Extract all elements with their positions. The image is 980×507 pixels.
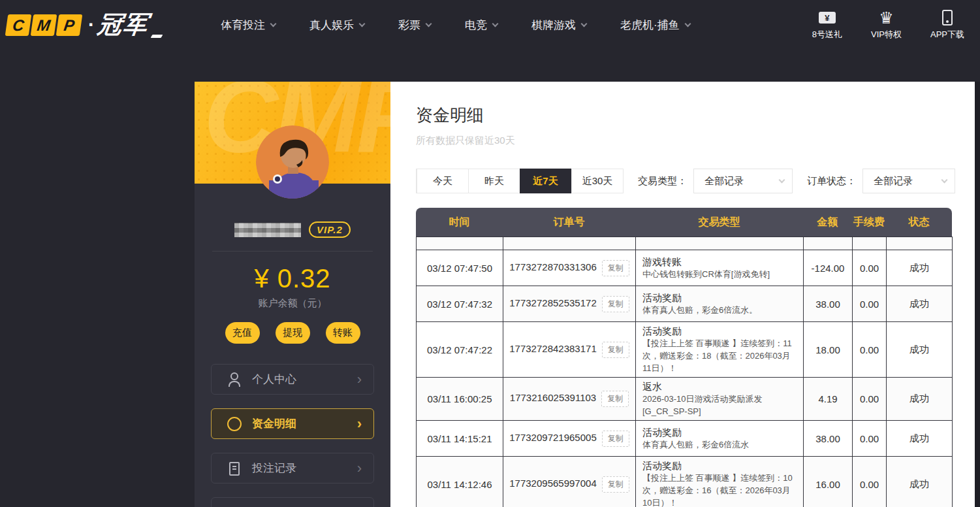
wallet-action-button[interactable]: 转账	[326, 322, 360, 344]
column-header-amount: 金额	[803, 216, 852, 229]
quick-link-label: APP下载	[930, 29, 964, 41]
transaction-type: 活动奖励	[642, 426, 799, 438]
transaction-type: 返水	[642, 380, 799, 393]
quick-link-icon: ¥	[819, 9, 836, 26]
quick-link[interactable]: APP下载	[930, 9, 964, 41]
filter-label: 交易类型：	[638, 175, 687, 188]
date-range-tab[interactable]: 近30天	[571, 169, 623, 193]
date-range-tab[interactable]: 今天	[417, 169, 468, 193]
nav-item[interactable]: 真人娱乐	[309, 18, 364, 33]
username-masked	[234, 223, 301, 237]
cell-type: 活动奖励 【投注上上签 百事顺遂 】连续签到：11次，赠送彩金：18（截至：20…	[636, 322, 804, 378]
transaction-type: 活动奖励	[642, 459, 799, 472]
main-nav: 体育投注 真人娱乐 彩票 电竞 棋牌游戏	[221, 18, 690, 33]
cell-order: 1773272852535172复制	[503, 286, 636, 322]
avatar[interactable]	[256, 125, 329, 199]
table-body: 03/12 07:47:50 1773272870331306复制 游戏转账 中…	[416, 237, 953, 507]
copy-button[interactable]: 复制	[602, 431, 629, 447]
account-sidebar: CMP VIP.2 ¥ 0.32 账户余额（元） 充值	[195, 82, 390, 507]
sidebar-menu-item[interactable]: 投注记录 ›	[211, 453, 374, 483]
quick-link-icon: ♛	[879, 9, 893, 26]
cell-amount: 4.19	[804, 378, 853, 421]
order-number: 1773272870331306	[509, 261, 596, 272]
date-range-tabs: 今天 昨天 近7天 近30天	[416, 169, 624, 193]
transaction-description: 中心钱包转账到CR体育[游戏免转]	[642, 268, 799, 280]
cell-fee: 0.00	[853, 378, 887, 421]
cell-status: 成功	[887, 322, 953, 378]
cell-status: 成功	[887, 250, 953, 286]
copy-button[interactable]: 复制	[602, 296, 629, 312]
sidebar-menu-item[interactable]: ›	[211, 497, 374, 507]
quick-links: ¥ 8号送礼 ♛ VIP特权 APP下载	[812, 9, 964, 41]
date-range-tab[interactable]: 近7天	[520, 169, 571, 193]
chevron-down-icon	[941, 176, 948, 183]
menu-item-label: 投注记录	[252, 461, 296, 476]
cell-type: 活动奖励 体育真人包赔，彩金6倍流水。	[636, 286, 804, 322]
cell-time: 03/11 14:15:21	[417, 421, 503, 457]
wallet-action-button[interactable]: 充值	[225, 322, 260, 344]
funds-detail-panel: 资金明细 所有数据只保留近30天 今天 昨天 近7天 近30天 交易类型： 全部…	[390, 82, 975, 507]
page-subtitle: 所有数据只保留近30天	[416, 135, 952, 147]
cell-fee: 0.00	[853, 250, 887, 286]
filter-select[interactable]: 全部记录	[693, 169, 793, 193]
chevron-right-icon: ›	[357, 372, 362, 387]
copy-button[interactable]: 复制	[601, 391, 629, 407]
date-range-tab[interactable]: 昨天	[468, 169, 520, 193]
cell-order: 1773272870331306复制	[503, 250, 636, 286]
copy-button[interactable]: 复制	[602, 260, 629, 276]
table-row-partial	[417, 237, 953, 250]
nav-item-label: 棋牌游戏	[531, 18, 576, 33]
glyph-icon: ¥	[819, 12, 836, 24]
filter-select-value: 全部记录	[874, 175, 913, 188]
cell-status: 成功	[887, 457, 953, 507]
nav-item[interactable]: 电竞	[465, 18, 498, 33]
nav-item-label: 体育投注	[221, 18, 265, 33]
copy-button[interactable]: 复制	[602, 476, 629, 493]
user-row: VIP.2	[195, 221, 390, 238]
quick-link-label: VIP特权	[871, 29, 902, 41]
order-number: 1773209565997004	[509, 478, 596, 489]
chevron-down-icon	[359, 20, 366, 27]
table-row: 03/11 16:00:25 1773216025391103复制 返水 202…	[417, 378, 953, 421]
cell-order: 1773272842383171复制	[503, 322, 636, 378]
column-header-order: 订单号	[503, 216, 635, 229]
cell-order: 1773209565997004复制	[503, 457, 636, 507]
nav-item[interactable]: 彩票	[398, 18, 431, 33]
cell-status: 成功	[887, 378, 953, 421]
quick-link[interactable]: ♛ VIP特权	[871, 9, 902, 41]
nav-item[interactable]: 老虎机·捕鱼	[620, 18, 690, 33]
cell-time: 03/12 07:47:50	[417, 250, 503, 286]
filter-select-value: 全部记录	[704, 175, 744, 188]
chevron-right-icon: ›	[357, 461, 362, 476]
filter-group: 交易类型： 全部记录	[624, 169, 793, 193]
nav-item-label: 电竞	[465, 18, 487, 33]
filter-select[interactable]: 全部记录	[862, 169, 955, 193]
account-balance-label: 账户余额（元）	[195, 297, 390, 310]
sidebar-menu-item[interactable]: 资金明细 ›	[211, 408, 374, 439]
brand-logo[interactable]: C M P · 冠军	[7, 8, 162, 41]
account-balance: ¥ 0.32	[195, 264, 390, 293]
logo-letter-box: M	[31, 14, 57, 36]
column-header-fee: 手续费	[852, 216, 886, 229]
sidebar-menu: 个人中心 › 资金明细 › 投注记录 › ›	[211, 364, 374, 507]
nav-item[interactable]: 体育投注	[221, 18, 276, 33]
nav-item[interactable]: 棋牌游戏	[531, 18, 586, 33]
cell-time: 03/11 16:00:25	[417, 378, 503, 421]
table-row: 03/12 07:47:50 1773272870331306复制 游戏转账 中…	[417, 250, 953, 286]
cell-amount: -124.00	[804, 250, 853, 286]
column-header-time: 时间	[416, 216, 503, 229]
scrollbar[interactable]	[975, 82, 980, 507]
logo-letter-box: C	[5, 14, 32, 36]
order-number: 1773209721965005	[509, 432, 596, 443]
wallet-action-button[interactable]: 提现	[276, 322, 310, 344]
filter-row: 今天 昨天 近7天 近30天 交易类型： 全部记录 订单状态	[416, 169, 952, 193]
page-title: 资金明细	[416, 104, 952, 127]
nav-item-label: 真人娱乐	[309, 18, 354, 33]
divider	[212, 251, 373, 252]
copy-button[interactable]: 复制	[602, 342, 629, 358]
table-row: 03/12 07:47:22 1773272842383171复制 活动奖励 【…	[417, 322, 953, 378]
filter-label: 订单状态：	[807, 175, 856, 188]
quick-link[interactable]: ¥ 8号送礼	[812, 9, 842, 41]
sidebar-menu-item[interactable]: 个人中心 ›	[211, 364, 374, 395]
menu-item-icon	[227, 372, 242, 387]
